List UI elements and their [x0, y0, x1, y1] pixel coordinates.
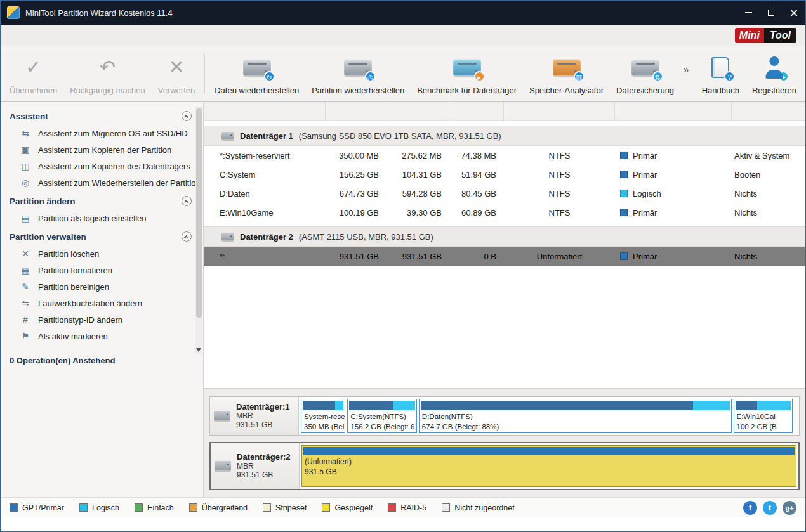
app-window: MiniTool Partition Wizard Kostenlos 11.4… [0, 0, 806, 532]
toolbar-button[interactable]: ↻ Daten wiederherstellen [208, 46, 305, 101]
collapse-icon[interactable] [182, 196, 192, 206]
close-button[interactable] [783, 1, 805, 25]
collapse-icon[interactable] [182, 111, 192, 121]
diskmap-disk-info[interactable]: Datenträger:2 MBR 931.51 GB [211, 443, 300, 489]
scrollbar-thumb[interactable] [196, 108, 202, 318]
column-header[interactable] [732, 102, 805, 120]
diskmap-partition[interactable]: System-rese 350 MB (Bel [301, 399, 345, 433]
disk-group-header[interactable]: Datenträger 1 (Samsung SSD 850 EVO 1TB S… [204, 126, 805, 146]
menu-item[interactable] [21, 25, 36, 46]
sidebar-item[interactable]: ▦ Partition formatieren [1, 262, 203, 278]
usage-bar [736, 401, 791, 410]
type-label: Logisch [633, 189, 661, 198]
partition-row[interactable]: C:System 156.25 GB 104.31 GB 51.94 GB NT… [204, 165, 805, 184]
column-header[interactable] [204, 102, 326, 120]
partition-row[interactable]: *: 931.51 GB 931.51 GB 0 B Unformatiert … [204, 247, 805, 266]
toolbar-button[interactable]: ▥ Speicher-Analysator [523, 46, 610, 101]
legend-item: RAID-5 [388, 503, 426, 512]
badge-icon: ⇅ [652, 71, 663, 82]
badge-icon: ? [724, 71, 735, 82]
legend-color-icon [442, 503, 450, 512]
sidebar-item[interactable]: ✕ Partition löschen [1, 245, 203, 262]
sidebar-item[interactable]: ⚑ Als aktiv markieren [1, 328, 203, 344]
googleplus-icon[interactable]: g+ [783, 501, 796, 515]
format-partition-icon: ▦ [20, 265, 31, 275]
menu-item[interactable] [97, 25, 112, 46]
disk-icon [214, 411, 230, 420]
partition-row[interactable]: E:Win10Game 100.19 GB 39.30 GB 60.89 GB … [204, 203, 805, 222]
toolbar-button[interactable]: ✓ Übernehmen [3, 46, 63, 101]
sidebar-item[interactable]: ▤ Partition als logisch einstellen [1, 210, 203, 226]
cell-type: Primär [615, 170, 732, 179]
diskmap-partition[interactable]: (Unformatiert) 931.5 GB [301, 445, 796, 487]
toolbar-button[interactable]: ↶ Rückgängig machen [63, 46, 152, 101]
column-header[interactable] [449, 102, 504, 120]
toolbar-button[interactable]: ✕ Verwerfen [152, 46, 202, 101]
set-active-icon: ⚑ [20, 331, 31, 341]
toolbar-button[interactable]: ▸ Benchmark für Datenträger [411, 46, 523, 101]
sidebar-item[interactable]: # Partitionstyp-ID ändern [1, 311, 203, 328]
usage-bar [349, 401, 414, 410]
sidebar-item[interactable]: ◫ Assistent zum Kopieren des Datenträger… [1, 158, 203, 174]
sidebar-section-header[interactable]: Assistent [1, 106, 203, 125]
toolbar-button[interactable]: + Registrieren [746, 46, 803, 101]
sidebar-item[interactable]: ⇆ Assistent zum Migrieren OS auf SSD/HD [1, 125, 203, 141]
scroll-down-icon[interactable] [195, 347, 202, 353]
toolbar-button[interactable]: ⇅ Datensicherung [610, 46, 680, 101]
menu-item[interactable] [51, 25, 67, 46]
change-type-id-icon: # [20, 315, 31, 325]
badge-icon: ↻ [264, 71, 275, 82]
menu-item[interactable] [67, 25, 82, 46]
column-header[interactable] [504, 102, 615, 120]
column-header[interactable] [326, 102, 386, 120]
data-recovery-icon: ↻ [240, 55, 274, 80]
legend-item: Übergreifend [189, 503, 248, 512]
cell-partition: *: [204, 252, 326, 261]
menu-item[interactable] [36, 25, 51, 46]
column-header[interactable] [615, 102, 732, 120]
migrate-os-icon: ⇆ [20, 128, 31, 138]
sidebar-section-header[interactable]: Partition verwalten [1, 226, 203, 245]
minimize-button[interactable] [737, 1, 760, 25]
partition-type-icon [620, 209, 628, 216]
toolbar-button[interactable]: ◷ Partition wiederherstellen [305, 46, 411, 101]
diskmap-disk-info[interactable]: Datenträger:1 MBR 931.51 GB [210, 397, 299, 435]
toolbar-overflow-icon[interactable]: » [680, 64, 692, 75]
facebook-icon[interactable]: f [743, 501, 757, 515]
sidebar-item[interactable]: ⇋ Laufwerkbuchstaben ändern [1, 295, 203, 311]
cell-status: Aktiv & System [732, 151, 805, 160]
legend-color-icon [322, 503, 330, 512]
menu-item[interactable] [82, 25, 97, 46]
diskmap-partition[interactable]: E:Win10Gai 100.2 GB (B [734, 399, 793, 433]
column-header[interactable] [386, 102, 449, 120]
disk-group-header[interactable]: Datenträger 2 (ASMT 2115 USB, MBR, 931.5… [204, 226, 805, 247]
cell-type: Primär [615, 151, 732, 160]
sidebar-item[interactable]: ◎ Assistent zum Wiederherstellen der Par… [1, 174, 203, 191]
legend-color-icon [388, 503, 396, 512]
sidebar-item[interactable]: ▣ Assistent zum Kopieren der Partition [1, 141, 203, 158]
toolbar-button[interactable]: ? Handbuch [696, 46, 746, 101]
app-icon [7, 6, 20, 19]
cell-status: Nichts [732, 208, 805, 217]
copy-partition-icon: ▣ [20, 145, 31, 155]
legend-color-icon [263, 503, 271, 512]
legend-item: GPT/Primär [10, 503, 64, 512]
sidebar-scrollbar[interactable] [195, 106, 202, 354]
type-label: Primär [633, 252, 657, 261]
collapse-icon[interactable] [182, 231, 192, 242]
twitter-icon[interactable]: t [763, 501, 777, 515]
type-label: Primär [633, 151, 657, 160]
partition-row[interactable]: *:System-reserviert 350.00 MB 275.62 MB … [204, 146, 805, 165]
menu-item[interactable] [6, 25, 21, 46]
sidebar-section: Partition ändern ▤ Partition als logisch… [1, 191, 203, 226]
maximize-button[interactable] [760, 1, 783, 25]
legend-label: RAID-5 [400, 503, 426, 512]
diskmap-partition[interactable]: C:System(NTFS) 156.2 GB (Belegt: 6 [347, 399, 416, 433]
partition-row[interactable]: D:Daten 674.73 GB 594.28 GB 80.45 GB NTF… [204, 184, 805, 203]
cell-capacity: 156.25 GB [326, 170, 386, 179]
sidebar-section-header[interactable]: Partition ändern [1, 191, 203, 210]
legend-label: Gespiegelt [334, 503, 373, 512]
diskmap-partition[interactable]: D:Daten(NTFS) 674.7 GB (Belegt: 88%) [419, 399, 732, 433]
sidebar-item[interactable]: ✎ Partition bereinigen [1, 278, 203, 295]
legend-bar: GPT/Primär Logisch Einfach Übergreifend … [1, 497, 805, 517]
